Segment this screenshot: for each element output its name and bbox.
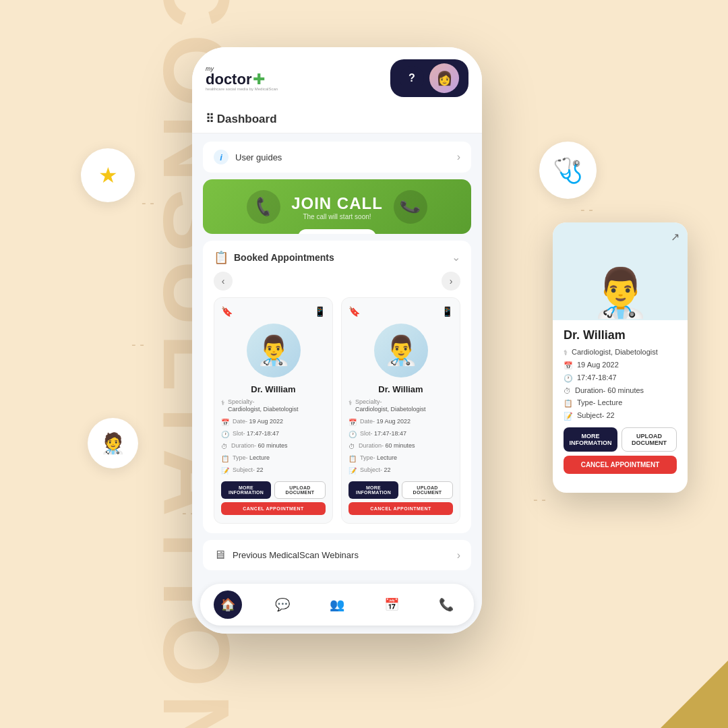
doctor-avatar-2: 👨‍⚕️ bbox=[374, 324, 428, 377]
type-text-1: Type- Lecture bbox=[233, 454, 270, 462]
expanded-slot-icon: 🕐 bbox=[564, 374, 573, 383]
type-row-1: 📋 Type- Lecture bbox=[221, 454, 326, 462]
expanded-type-text: Type- Lecture bbox=[577, 398, 622, 406]
expanded-duration-row: ⏱ Duration- 60 minutes bbox=[564, 386, 677, 395]
subject-text-1: Subject- 22 bbox=[233, 466, 264, 475]
expanded-card-body: Dr. William ⚕ Cardiologist, Diabetologis… bbox=[553, 320, 688, 482]
expanded-subject-text: Subject- 22 bbox=[577, 411, 615, 419]
next-arrow[interactable]: › bbox=[442, 272, 460, 291]
exp-cancel-button[interactable]: CANCEL APPOINTMENT bbox=[564, 456, 677, 474]
date-row-2: 📅 Date- 19 Aug 2022 bbox=[348, 418, 453, 426]
subject-row-1: 📝 Subject- 22 bbox=[221, 466, 326, 475]
card-bookmark-icon-1[interactable]: 🔖 bbox=[221, 306, 233, 317]
booked-chevron: ⌄ bbox=[452, 251, 460, 264]
card-top-icons-2: 🔖 📱 bbox=[348, 306, 453, 317]
dash-decoration-5: - - bbox=[533, 492, 546, 508]
doctor-name-2: Dr. William bbox=[378, 384, 423, 394]
webinars-row[interactable]: 🖥 Previous MedicalScan Webinars › bbox=[203, 540, 471, 570]
monitor-icon: 🖥 bbox=[214, 548, 226, 562]
subject-icon-1: 📝 bbox=[221, 467, 229, 475]
card-phone-icon-1[interactable]: 📱 bbox=[314, 306, 326, 317]
date-icon-2: 📅 bbox=[348, 419, 357, 426]
bottom-right-decoration bbox=[647, 647, 728, 728]
join-call-title: JOIN CALL bbox=[291, 194, 383, 213]
expanded-specialty-row: ⚕ Cardiologist, Diabetologist bbox=[564, 348, 677, 357]
specialty-icon-2: ⚕ bbox=[348, 399, 352, 406]
phone-nav-icon: 📞 bbox=[439, 597, 454, 612]
user-guides-chevron: › bbox=[457, 151, 460, 163]
expanded-appointment-card: ↗ 👨‍⚕️ Dr. William ⚕ Cardiologist, Diabe… bbox=[553, 222, 688, 493]
dash-decoration-2: - - bbox=[580, 202, 593, 218]
webinars-left: 🖥 Previous MedicalScan Webinars bbox=[214, 548, 359, 562]
cancel-button-2[interactable]: CANCEL APPOINTMENT bbox=[348, 502, 453, 515]
call-icon-left: 📞 bbox=[252, 195, 275, 218]
card-buttons-1: MORE INFORMATION UPLOAD DOCUMENT CANCEL … bbox=[221, 481, 326, 515]
home-icon: 🏠 bbox=[220, 597, 235, 612]
slot-text-2: Slot- 17:47-18:47 bbox=[360, 430, 406, 438]
upload-button-2[interactable]: UPLOAD DOCUMENT bbox=[402, 481, 453, 499]
share-icon[interactable]: ↗ bbox=[671, 231, 679, 243]
nav-group[interactable]: 👥 bbox=[323, 590, 351, 619]
more-info-button-1[interactable]: MORE INFORMATION bbox=[221, 481, 271, 499]
expanded-doctor-image: 👨‍⚕️ bbox=[580, 233, 661, 320]
user-avatar[interactable]: 👩 bbox=[429, 63, 459, 93]
specialty-icon-1: ⚕ bbox=[221, 399, 224, 406]
nav-calendar[interactable]: 📅 bbox=[377, 590, 406, 619]
upload-button-1[interactable]: UPLOAD DOCUMENT bbox=[274, 481, 326, 499]
logo-tagline: healthcare social media by MedicalScan bbox=[206, 87, 278, 91]
stethoscope-float-icon: 🩺 bbox=[553, 156, 583, 185]
exp-upload-button[interactable]: UPLOAD DOCUMENT bbox=[621, 427, 677, 452]
calendar-nav-icon: 📅 bbox=[384, 597, 399, 612]
nav-arrows: ‹ › bbox=[214, 272, 460, 291]
phone-icon-left: 📞 bbox=[247, 190, 280, 224]
webinars-label: Previous MedicalScan Webinars bbox=[233, 550, 359, 560]
duration-row-1: ⏱ Duration- 60 minutes bbox=[221, 442, 326, 450]
card-phone-icon-2[interactable]: 📱 bbox=[442, 306, 453, 317]
expanded-subject-row: 📝 Subject- 22 bbox=[564, 411, 677, 421]
specialty-text-2: Specialty-Cardiologist, Diabetologist bbox=[355, 398, 426, 414]
exp-more-info-button[interactable]: MORE INFORMATION bbox=[564, 427, 617, 452]
prev-arrow[interactable]: ‹ bbox=[214, 272, 233, 291]
float-circle-doctor: 🧑‍⚕️ bbox=[88, 418, 138, 468]
expanded-duration-icon: ⏱ bbox=[564, 387, 571, 395]
dash-decoration-3: - - bbox=[131, 337, 144, 353]
user-guides-row[interactable]: i User guides › bbox=[203, 142, 471, 173]
expanded-date-row: 📅 19 Aug 2022 bbox=[564, 361, 677, 370]
cancel-button-1[interactable]: CANCEL APPOINTMENT bbox=[221, 502, 326, 515]
expanded-type-icon: 📋 bbox=[564, 399, 573, 408]
expanded-slot-text: 17:47-18:47 bbox=[577, 373, 617, 382]
help-button[interactable]: ? bbox=[400, 66, 424, 90]
more-info-button-2[interactable]: MORE INFORMATION bbox=[348, 481, 398, 499]
expanded-subject-icon: 📝 bbox=[564, 412, 573, 421]
duration-icon-2: ⏱ bbox=[348, 443, 355, 450]
expanded-specialty-icon: ⚕ bbox=[564, 348, 568, 357]
nav-phone[interactable]: 📞 bbox=[432, 590, 460, 619]
expanded-duration-text: Duration- 60 minutes bbox=[575, 386, 644, 394]
phone-icon-right: 📞 bbox=[394, 190, 427, 224]
appointment-card-2: 🔖 📱 👨‍⚕️ Dr. William ⚕ Specialty-Cardiol… bbox=[341, 297, 460, 524]
nav-home[interactable]: 🏠 bbox=[214, 590, 242, 619]
info-icon: i bbox=[214, 150, 229, 164]
duration-text-1: Duration- 60 minutes bbox=[231, 442, 288, 450]
slot-icon-2: 🕐 bbox=[348, 431, 357, 438]
expanded-slot-row: 🕐 17:47-18:47 bbox=[564, 373, 677, 383]
doctor-float-icon: 🧑‍⚕️ bbox=[100, 431, 125, 455]
phone-header: my doctor ✚ healthcare social media by M… bbox=[192, 47, 482, 105]
date-text-1: Date- 19 Aug 2022 bbox=[233, 418, 283, 426]
exp-btn-row: MORE INFORMATION UPLOAD DOCUMENT bbox=[564, 427, 677, 452]
nav-chat[interactable]: 💬 bbox=[268, 590, 297, 619]
card-bookmark-icon-2[interactable]: 🔖 bbox=[348, 306, 360, 317]
call-icon-right: 📞 bbox=[399, 195, 422, 218]
btn-row-top-1: MORE INFORMATION UPLOAD DOCUMENT bbox=[221, 481, 326, 499]
expanded-date-icon: 📅 bbox=[564, 361, 573, 370]
card-top-icons-1: 🔖 📱 bbox=[221, 306, 326, 317]
group-icon: 👥 bbox=[330, 597, 344, 612]
expanded-date-text: 19 Aug 2022 bbox=[577, 361, 619, 369]
phone-content: i User guides › 📞 JOIN CALL The call wil… bbox=[192, 133, 482, 578]
join-call-button[interactable]: JOIN CALL bbox=[298, 229, 375, 234]
logo-text: my doctor ✚ healthcare social media by M… bbox=[206, 66, 278, 91]
booked-appointments-section: 📋 Booked Appointments ⌄ ‹ › 🔖 📱 bbox=[203, 241, 471, 533]
type-text-2: Type- Lecture bbox=[360, 454, 397, 462]
webinars-chevron: › bbox=[457, 549, 460, 562]
btn-row-top-2: MORE INFORMATION UPLOAD DOCUMENT bbox=[348, 481, 453, 499]
